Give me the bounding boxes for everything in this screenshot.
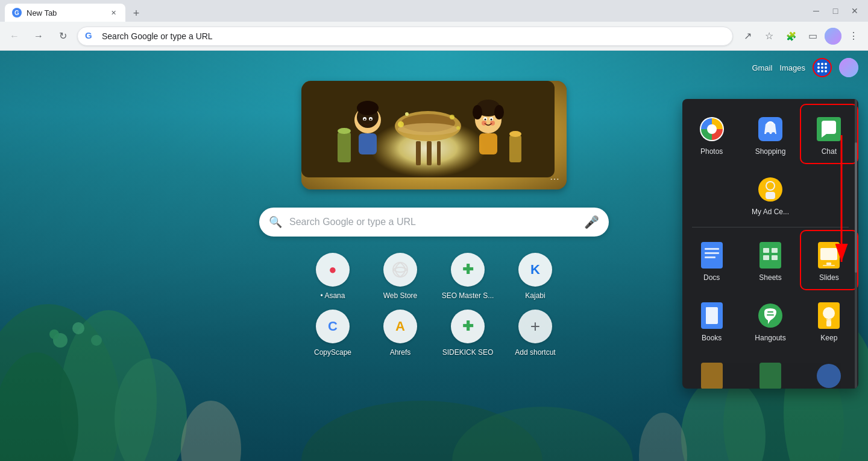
app-photos[interactable]: Photos bbox=[684, 105, 740, 163]
shortcut-seomaster-label: SEO Master S... bbox=[442, 291, 494, 300]
app-partial-2-icon bbox=[756, 361, 785, 389]
close-window-button[interactable]: ✕ bbox=[846, 2, 863, 19]
shortcut-seomaster[interactable]: ✚ SEO Master S... bbox=[441, 253, 494, 300]
svg-point-13 bbox=[91, 335, 102, 346]
apps-panel: Photos Shopping bbox=[682, 99, 858, 389]
app-adcenter-label: My Ad Ce... bbox=[752, 208, 789, 216]
svg-point-62 bbox=[707, 124, 717, 134]
shortcut-asana[interactable]: ● • Asana bbox=[306, 253, 359, 300]
panel-divider bbox=[692, 227, 849, 227]
shortcut-copyscape[interactable]: C CopyScape bbox=[306, 310, 359, 357]
svg-point-36 bbox=[370, 119, 372, 121]
app-keep-icon-wrap bbox=[814, 301, 843, 330]
svg-rect-93 bbox=[701, 363, 723, 389]
svg-point-21 bbox=[825, 66, 827, 69]
app-chat[interactable]: Chat bbox=[801, 105, 857, 163]
svg-rect-56 bbox=[509, 135, 521, 162]
svg-rect-76 bbox=[763, 248, 769, 253]
svg-rect-83 bbox=[823, 265, 835, 266]
search-icon: 🔍 bbox=[269, 215, 282, 229]
app-shopping[interactable]: Shopping bbox=[742, 105, 798, 163]
sidebar-toggle-icon[interactable]: ▭ bbox=[803, 27, 822, 46]
app-hangouts-label: Hangouts bbox=[755, 334, 785, 342]
svg-rect-78 bbox=[763, 255, 769, 260]
app-adcenter[interactable]: My Ad Ce... bbox=[684, 165, 857, 223]
shortcuts-row-1: ● • Asana Web Store bbox=[306, 253, 562, 300]
minimize-button[interactable]: ─ bbox=[808, 2, 825, 19]
scrollbar-track bbox=[855, 99, 857, 389]
doodle-share-icon[interactable]: ⋯ bbox=[550, 173, 559, 185]
svg-point-95 bbox=[817, 364, 841, 388]
shortcut-webstore[interactable]: Web Store bbox=[374, 253, 427, 300]
scrollbar-thumb[interactable] bbox=[855, 142, 857, 273]
reload-button[interactable]: ↻ bbox=[53, 27, 72, 46]
svg-rect-48 bbox=[479, 133, 497, 154]
app-books[interactable]: Books bbox=[684, 291, 740, 349]
search-input[interactable]: Search Google or type a URL bbox=[289, 217, 577, 227]
tab-title: New Tab bbox=[27, 8, 104, 17]
shortcut-asana-icon: ● bbox=[316, 253, 350, 287]
app-docs[interactable]: Docs bbox=[684, 231, 740, 289]
app-sheets[interactable]: Sheets bbox=[742, 231, 798, 289]
shortcut-kajabi-icon: K bbox=[518, 253, 552, 287]
shortcut-copyscape-icon: C bbox=[316, 310, 350, 343]
svg-rect-82 bbox=[826, 262, 831, 265]
svg-rect-89 bbox=[767, 314, 774, 316]
svg-point-17 bbox=[821, 63, 823, 65]
apps-grid-button[interactable] bbox=[813, 58, 832, 77]
bookmark-icon[interactable]: ☆ bbox=[760, 27, 779, 46]
header-profile-avatar[interactable] bbox=[839, 58, 858, 77]
svg-point-65 bbox=[772, 132, 775, 136]
new-tab-button[interactable]: + bbox=[128, 5, 145, 22]
url-text: Search Google or type a URL bbox=[102, 31, 725, 41]
shortcut-webstore-label: Web Store bbox=[383, 291, 417, 300]
svg-point-35 bbox=[364, 119, 366, 121]
back-button[interactable]: ← bbox=[5, 27, 24, 46]
shortcut-seomaster-icon: ✚ bbox=[451, 253, 485, 287]
apps-panel-scroll[interactable]: Photos Shopping bbox=[682, 99, 858, 389]
app-hangouts[interactable]: Hangouts bbox=[742, 291, 798, 349]
app-shopping-icon-wrap bbox=[756, 115, 785, 144]
app-partial-1[interactable] bbox=[684, 352, 740, 389]
svg-rect-77 bbox=[772, 248, 778, 253]
app-partial-2[interactable] bbox=[742, 352, 798, 389]
google-doodle[interactable]: ⋯ bbox=[301, 81, 567, 189]
shortcut-sidekick[interactable]: ✚ SIDEKICK SEO bbox=[441, 310, 494, 357]
doodle-image: ⋯ bbox=[301, 81, 567, 189]
svg-point-69 bbox=[767, 182, 774, 189]
search-bar[interactable]: 🔍 Search Google or type a URL 🎤 bbox=[259, 208, 609, 237]
profile-avatar[interactable] bbox=[825, 28, 841, 45]
svg-point-18 bbox=[825, 63, 827, 65]
menu-icon[interactable]: ⋮ bbox=[844, 27, 863, 46]
svg-rect-50 bbox=[427, 141, 432, 165]
active-tab[interactable]: G New Tab ✕ bbox=[5, 4, 125, 22]
svg-rect-73 bbox=[705, 252, 719, 254]
apps-row-3: Docs Sheets bbox=[682, 230, 858, 290]
shortcut-kajabi[interactable]: K Kajabi bbox=[509, 253, 562, 300]
forward-button[interactable]: → bbox=[29, 27, 48, 46]
extension-icon[interactable]: 🧩 bbox=[781, 27, 800, 46]
svg-point-57 bbox=[509, 131, 521, 137]
app-slides[interactable]: Slides bbox=[801, 231, 857, 289]
share-icon[interactable]: ↗ bbox=[738, 27, 757, 46]
close-tab-button[interactable]: ✕ bbox=[108, 8, 118, 17]
app-keep[interactable]: Keep bbox=[801, 291, 857, 349]
app-slides-label: Slides bbox=[819, 273, 839, 282]
svg-point-59 bbox=[338, 128, 351, 134]
svg-rect-71 bbox=[701, 242, 723, 269]
app-partial-3[interactable] bbox=[801, 352, 857, 389]
app-shopping-label: Shopping bbox=[755, 147, 786, 156]
gmail-link[interactable]: Gmail bbox=[752, 63, 772, 72]
maximize-button[interactable]: □ bbox=[827, 2, 844, 19]
app-chat-label: Chat bbox=[822, 147, 837, 156]
images-link[interactable]: Images bbox=[779, 63, 805, 72]
svg-rect-72 bbox=[705, 248, 719, 250]
shortcut-add[interactable]: + Add shortcut bbox=[509, 310, 562, 357]
app-photos-icon-wrap bbox=[697, 115, 726, 144]
shortcut-ahrefs[interactable]: A Ahrefs bbox=[374, 310, 427, 357]
microphone-icon[interactable]: 🎤 bbox=[584, 215, 599, 229]
svg-point-20 bbox=[821, 66, 823, 69]
toolbar-right: ↗ ☆ 🧩 ▭ ⋮ bbox=[738, 27, 863, 46]
url-bar[interactable]: G Search Google or type a URL bbox=[77, 27, 733, 46]
svg-point-22 bbox=[817, 70, 820, 72]
